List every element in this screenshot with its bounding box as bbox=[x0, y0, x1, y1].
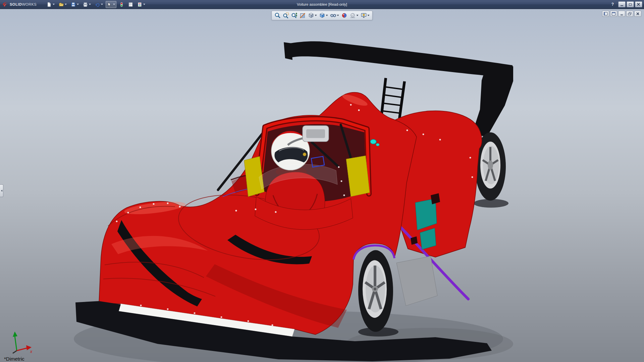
feature-pane-splitter-tab[interactable] bbox=[0, 184, 3, 197]
help-button[interactable]: ? bbox=[611, 2, 614, 7]
close-icon bbox=[637, 3, 640, 6]
close-icon bbox=[636, 12, 640, 15]
cyan-fitting bbox=[370, 139, 376, 144]
solidworks-logo-icon bbox=[2, 1, 8, 7]
brand-text: SOLIDWORKS bbox=[10, 2, 37, 6]
print-icon bbox=[83, 2, 88, 7]
maximize-icon bbox=[629, 3, 632, 6]
zoom-fit-button[interactable] bbox=[274, 12, 281, 19]
section-view-button[interactable] bbox=[299, 12, 307, 19]
select-cursor-icon bbox=[107, 2, 112, 7]
new-document-icon bbox=[47, 2, 52, 7]
dropdown-arrow-icon bbox=[53, 4, 55, 5]
chevron-left-icon bbox=[1, 190, 2, 192]
minimize-document-button[interactable] bbox=[618, 11, 625, 17]
window-toggle-icon bbox=[612, 12, 615, 15]
sidepod-panel bbox=[396, 256, 437, 306]
zoom-fit-icon bbox=[275, 12, 281, 18]
select-button[interactable] bbox=[106, 1, 116, 8]
view-settings-icon bbox=[361, 12, 367, 18]
titlebar-toolbar bbox=[45, 1, 147, 8]
apply-scene-icon bbox=[350, 12, 356, 18]
dropdown-arrow-icon bbox=[337, 15, 339, 16]
minimize-button[interactable] bbox=[618, 1, 626, 7]
undo-button[interactable] bbox=[94, 1, 104, 8]
hide-show-items-button[interactable] bbox=[330, 12, 340, 19]
dropdown-arrow-icon bbox=[368, 15, 370, 16]
graphics-area[interactable]: x *Dimetric bbox=[0, 9, 644, 362]
save-icon bbox=[71, 2, 76, 7]
rebuild-button[interactable] bbox=[118, 1, 125, 8]
print-button[interactable] bbox=[82, 1, 92, 8]
dropdown-arrow-icon bbox=[326, 15, 328, 16]
maximize-button[interactable] bbox=[627, 1, 634, 7]
titlebar: SOLIDWORKS bbox=[0, 0, 644, 9]
zoom-in-out-icon bbox=[291, 12, 298, 18]
edit-appearance-icon bbox=[341, 12, 347, 18]
dropdown-arrow-icon bbox=[143, 4, 145, 5]
edit-color-icon bbox=[137, 2, 142, 7]
zoom-in-out-button[interactable] bbox=[291, 12, 298, 19]
dropdown-arrow-icon bbox=[315, 15, 317, 16]
wing-endplate bbox=[472, 66, 513, 137]
view-orientation-icon bbox=[308, 12, 314, 18]
solidworks-logo: SOLIDWORKS bbox=[2, 1, 37, 7]
view-orientation-button[interactable] bbox=[308, 12, 318, 19]
zoom-area-icon bbox=[283, 12, 289, 18]
display-style-icon bbox=[319, 12, 325, 18]
minimize-icon bbox=[621, 5, 623, 6]
display-style-button[interactable] bbox=[319, 12, 329, 19]
triad-x-label: x bbox=[30, 349, 33, 354]
save-button[interactable] bbox=[69, 1, 80, 8]
heads-up-view-toolbar bbox=[272, 11, 373, 20]
dropdown-arrow-icon bbox=[101, 4, 103, 5]
dropdown-arrow-icon bbox=[65, 4, 67, 5]
dropdown-arrow-icon bbox=[357, 15, 359, 16]
rebuild-icon bbox=[119, 2, 124, 7]
zoom-area-button[interactable] bbox=[282, 12, 290, 19]
3d-viewport[interactable] bbox=[0, 9, 644, 362]
undo-icon bbox=[95, 2, 100, 7]
close-document-button[interactable] bbox=[634, 11, 641, 17]
restore-document-button[interactable] bbox=[626, 11, 633, 17]
new-document-button[interactable] bbox=[45, 1, 56, 8]
orientation-triad: x bbox=[5, 330, 36, 357]
dropdown-arrow-icon bbox=[77, 4, 79, 5]
wing-supports bbox=[381, 78, 405, 118]
design-table-button[interactable] bbox=[127, 1, 135, 8]
view-orientation-label: *Dimetric bbox=[4, 356, 24, 362]
window-controls: ? bbox=[611, 1, 642, 7]
edit-appearance-button[interactable] bbox=[341, 12, 348, 19]
section-view-icon bbox=[300, 12, 306, 18]
edit-color-button[interactable] bbox=[136, 1, 147, 8]
dropdown-arrow-icon bbox=[89, 4, 91, 5]
pane-toggle-icon bbox=[604, 12, 607, 15]
dropdown-arrow-icon bbox=[113, 4, 115, 5]
hide-show-items-icon bbox=[330, 12, 336, 18]
window-title: Voiture assomblee [Read-only] bbox=[297, 0, 347, 9]
restore-icon bbox=[628, 12, 632, 15]
view-settings-button[interactable] bbox=[360, 12, 370, 19]
design-table-icon bbox=[128, 2, 133, 7]
open-button[interactable] bbox=[57, 1, 68, 8]
window-toggle-button[interactable] bbox=[610, 11, 617, 17]
close-button[interactable] bbox=[635, 1, 642, 7]
solidworks-window: SOLIDWORKS bbox=[0, 0, 644, 362]
document-window-controls bbox=[602, 11, 641, 17]
apply-scene-button[interactable] bbox=[349, 12, 359, 19]
open-icon bbox=[59, 2, 64, 7]
pane-toggle-button[interactable] bbox=[602, 11, 609, 17]
minimize-icon bbox=[620, 12, 624, 15]
